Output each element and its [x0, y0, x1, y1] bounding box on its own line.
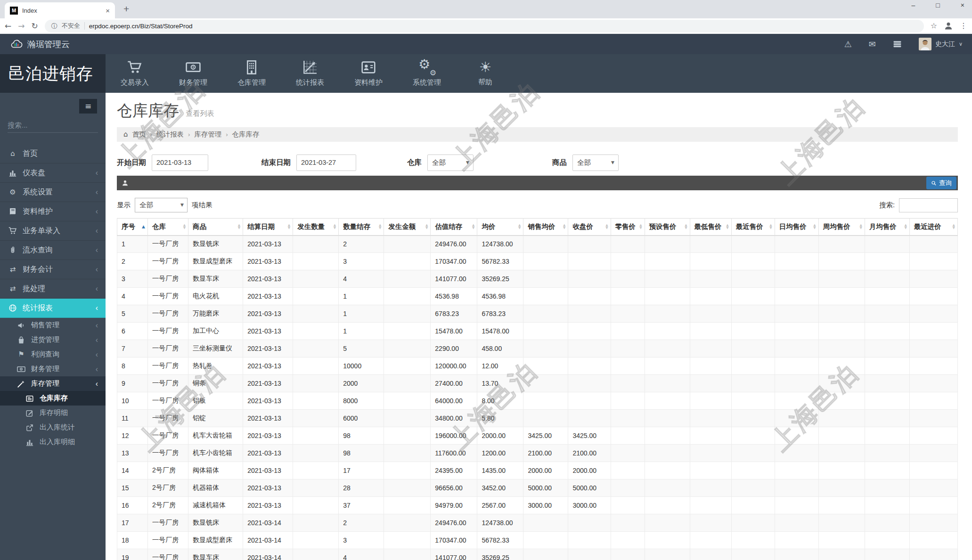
column-header-6[interactable]: 发生金额▲▼	[384, 219, 431, 235]
table-cell: 196000.00	[431, 427, 477, 445]
column-header-16[interactable]: 周均售价▲▼	[818, 219, 865, 235]
table-cell	[775, 514, 818, 532]
window-minimize-button[interactable]: –	[912, 1, 915, 9]
start-date-input[interactable]	[152, 154, 208, 171]
column-header-14[interactable]: 最近售价▲▼	[731, 219, 775, 235]
sidebar-item-finance-account[interactable]: ⇄财务会计‹	[0, 260, 106, 279]
alert-icon[interactable]: ⚠	[844, 40, 852, 49]
table-cell: 98	[339, 445, 384, 462]
shuffle-icon: ⇄	[8, 285, 17, 292]
sidebar-item-purchase-mgmt[interactable]: 进货管理‹	[0, 333, 106, 347]
column-header-13[interactable]: 最低售价▲▼	[690, 219, 731, 235]
breadcrumb-stats[interactable]: 统计报表	[156, 130, 184, 139]
back-button[interactable]: ←	[5, 21, 11, 31]
end-date-input[interactable]	[296, 154, 356, 171]
table-cell: 37	[339, 497, 384, 514]
bookmark-star-icon[interactable]: ☆	[931, 22, 937, 30]
sidebar-item-stock-detail[interactable]: 库存明细	[0, 406, 106, 420]
table-cell: 2021-03-13	[243, 288, 293, 305]
new-tab-button[interactable]: +	[123, 3, 129, 15]
browser-menu-icon[interactable]: ⋮	[960, 22, 967, 30]
column-header-9[interactable]: 销售均价▲▼	[523, 219, 568, 235]
topnav-item-finance-mgmt[interactable]: 财务管理	[164, 54, 222, 93]
window-close-button[interactable]: ×	[961, 1, 964, 9]
column-header-7[interactable]: 估值结存▲▼	[431, 219, 477, 235]
warehouse-select[interactable]: 全部 ▼	[427, 154, 474, 171]
window-maximize-button[interactable]: □	[936, 1, 939, 9]
topnav-item-warehouse-mgmt[interactable]: 仓库管理	[222, 54, 281, 93]
sidebar-item-system-settings[interactable]: ⚙系统设置‹	[0, 183, 106, 202]
sidebar-item-inout-detail[interactable]: 出入库明细	[0, 435, 106, 449]
divider	[84, 22, 85, 30]
column-header-label: 序号	[122, 223, 135, 230]
table-cell: 141077.00	[431, 549, 477, 560]
table-cell: 56782.33	[477, 253, 523, 270]
topnav-item-data-maintenance[interactable]: 资料维护	[339, 54, 398, 93]
table-cell	[818, 532, 865, 549]
sidebar-item-sales-mgmt[interactable]: 销售管理‹	[0, 318, 106, 333]
sidebar-item-stock-mgmt[interactable]: 库存管理‹	[0, 376, 106, 391]
chevron-left-icon: ‹	[96, 188, 99, 196]
mail-icon[interactable]: ✉	[869, 40, 876, 49]
column-header-8[interactable]: 均价▲▼	[477, 219, 523, 235]
table-cell: 一号厂房	[148, 427, 188, 445]
column-header-0[interactable]: 序号▲	[117, 219, 148, 235]
breadcrumb-stock-mgmt[interactable]: 库存管理	[194, 130, 221, 139]
topnav-item-stats-report[interactable]: 统计报表	[281, 54, 339, 93]
table-search-input[interactable]	[899, 198, 958, 212]
table-cell	[775, 427, 818, 445]
column-header-3[interactable]: 结算日期▲▼	[243, 219, 293, 235]
sidebar-item-flow-query[interactable]: 流水查询‹	[0, 241, 106, 260]
sidebar-item-finance-mgmt[interactable]: 财务管理‹	[0, 362, 106, 376]
topnav-item-help[interactable]: ☀帮助	[456, 54, 515, 93]
table-cell	[865, 323, 909, 340]
table-cell	[818, 357, 865, 375]
app-brand-text: 瀚琚管理云	[27, 39, 70, 50]
sidebar-item-dashboard[interactable]: 仪表盘‹	[0, 163, 106, 183]
column-header-10[interactable]: 收盘价▲▼	[568, 219, 611, 235]
table-cell: 3000.00	[523, 497, 568, 514]
column-header-5[interactable]: 数量结存▲▼	[339, 219, 384, 235]
column-header-15[interactable]: 日均售价▲▼	[775, 219, 818, 235]
chart-icon	[302, 60, 319, 75]
topnav-item-trade-entry[interactable]: 交易录入	[106, 54, 164, 93]
tasks-icon[interactable]	[893, 40, 902, 49]
url-bar[interactable]: ⓘ 不安全 erpdoc.epoerp.cn/Biz/Stat/StorePro…	[45, 20, 924, 32]
sidebar-search-input[interactable]	[8, 121, 101, 129]
browser-profile-icon[interactable]	[944, 21, 953, 31]
column-header-18[interactable]: 最近进价▲▼	[909, 219, 957, 235]
column-header-2[interactable]: 商品▲▼	[188, 219, 243, 235]
query-button[interactable]: 查询	[926, 177, 956, 189]
breadcrumb-home[interactable]: 首页	[132, 130, 146, 139]
product-select[interactable]: 全部 ▼	[572, 154, 619, 171]
sidebar-item-stats-report[interactable]: 统计报表‹	[0, 299, 106, 318]
column-header-4[interactable]: 发生数量▲▼	[293, 219, 339, 235]
sidebar-item-home[interactable]: ⌂首页	[0, 144, 106, 163]
sidebar-item-warehouse-stock[interactable]: 仓库库存	[0, 391, 106, 406]
topnav-item-system-mgmt[interactable]: ⚙⚙系统管理	[398, 54, 456, 93]
table-cell: 1	[339, 323, 384, 340]
table-cell: 10	[117, 392, 148, 410]
column-header-1[interactable]: 仓库▲▼	[148, 219, 188, 235]
tab-close-icon[interactable]: ×	[106, 7, 110, 15]
sidebar-item-batch-process[interactable]: ⇄批处理‹	[0, 279, 106, 299]
sidebar-item-order-entry[interactable]: 业务单录入‹	[0, 221, 106, 241]
column-header-17[interactable]: 月均售价▲▼	[865, 219, 909, 235]
table-cell	[568, 392, 611, 410]
page-length-select[interactable]: 全部 ▼	[135, 198, 188, 212]
sidebar-item-inout-stats[interactable]: 出入库统计	[0, 420, 106, 435]
sidebar-item-profit-query[interactable]: ⚑利润查询‹	[0, 347, 106, 362]
user-menu[interactable]: 史大江 ∨	[919, 38, 963, 50]
forward-button[interactable]: →	[18, 21, 25, 31]
sidebar-toggle-button[interactable]: ≡	[79, 99, 97, 114]
sort-carets-icon: ▲▼	[288, 224, 290, 229]
sidebar-item-data-maintenance[interactable]: 资料维护‹	[0, 202, 106, 221]
sidebar-item-label: 系统设置	[23, 187, 90, 197]
column-header-12[interactable]: 预设售价▲▼	[645, 219, 690, 235]
browser-tab[interactable]: M Index ×	[5, 2, 115, 18]
app-header: 瀚琚管理云 ⚠ ✉ 史大江 ∨	[0, 34, 972, 54]
table-cell	[611, 410, 645, 427]
column-header-11[interactable]: 零售价▲▼	[611, 219, 645, 235]
app-logo[interactable]: 瀚琚管理云	[9, 38, 70, 50]
refresh-button[interactable]: ↻	[32, 21, 38, 31]
